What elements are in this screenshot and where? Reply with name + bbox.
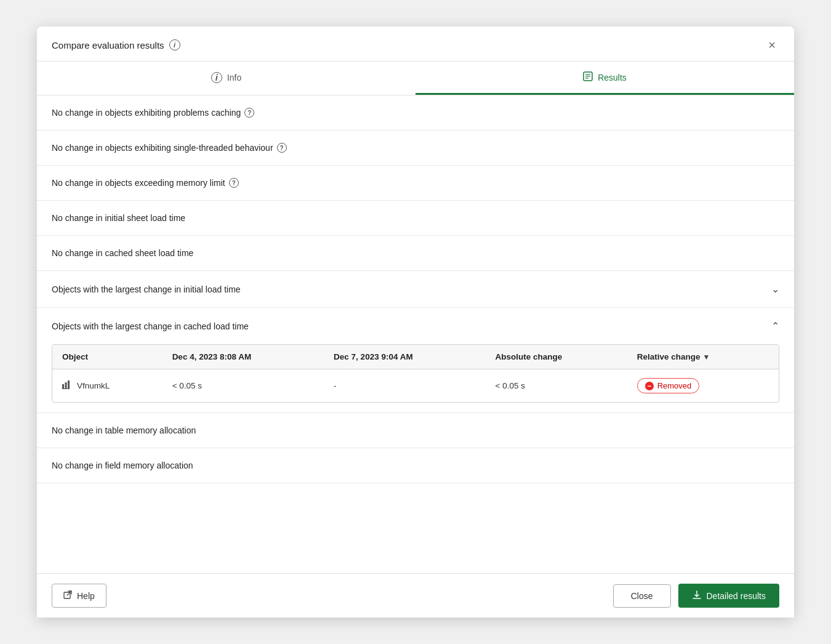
chevron-down-icon: ⌄ [771, 283, 779, 295]
col-relative[interactable]: Relative change ▼ [627, 345, 779, 369]
table-header-row: Object Dec 4, 2023 8:08 AM Dec 7, 2023 9… [52, 345, 779, 369]
section-problems-caching-text: No change in objects exhibiting problems… [52, 108, 254, 118]
svg-rect-7 [62, 388, 70, 389]
help-icon-caching[interactable]: ? [244, 108, 254, 118]
section-memory-limit[interactable]: No change in objects exceeding memory li… [37, 166, 794, 201]
section-largest-cached: Objects with the largest change in cache… [37, 308, 794, 413]
section-problems-caching[interactable]: No change in objects exhibiting problems… [37, 95, 794, 131]
dialog-header: Compare evaluation results i × [37, 26, 794, 62]
info-tab-icon: i [211, 72, 222, 83]
section-cached-load-text: No change in cached sheet load time [52, 248, 193, 258]
svg-rect-5 [65, 382, 67, 388]
svg-rect-6 [68, 380, 70, 388]
col-absolute: Absolute change [486, 345, 627, 369]
section-largest-initial-text: Objects with the largest change in initi… [52, 284, 241, 294]
section-memory-limit-text: No change in objects exceeding memory li… [52, 178, 239, 188]
download-icon [692, 590, 702, 602]
cell-relative: Removed [627, 369, 779, 403]
chart-bar-icon [62, 380, 72, 391]
section-cached-load[interactable]: No change in cached sheet load time [37, 236, 794, 271]
section-initial-load[interactable]: No change in initial sheet load time [37, 201, 794, 236]
svg-rect-4 [62, 384, 64, 388]
section-field-memory[interactable]: No change in field memory allocation [37, 448, 794, 483]
removed-badge: Removed [637, 378, 700, 393]
col-object: Object [52, 345, 163, 369]
cell-object: VfnumkL [52, 369, 163, 403]
col-date1: Dec 4, 2023 8:08 AM [163, 345, 324, 369]
section-field-memory-text: No change in field memory allocation [52, 461, 193, 470]
tab-results[interactable]: Results [416, 62, 794, 95]
help-icon-single-threaded[interactable]: ? [277, 143, 287, 153]
cell-absolute: < 0.05 s [486, 369, 627, 403]
title-text: Compare evaluation results [52, 40, 164, 50]
removed-dot-icon [645, 382, 654, 390]
cell-date1: < 0.05 s [163, 369, 324, 403]
close-button[interactable]: Close [613, 584, 671, 608]
cell-date2: - [324, 369, 485, 403]
results-tab-label: Results [598, 73, 627, 83]
tab-info[interactable]: i Info [37, 62, 416, 95]
results-tab-icon [583, 71, 593, 83]
svg-line-9 [67, 591, 71, 595]
tab-bar: i Info Results [37, 62, 794, 95]
info-tab-label: Info [227, 73, 241, 83]
table-row: VfnumkL < 0.05 s - < 0.05 s Removed [52, 369, 779, 403]
section-single-threaded[interactable]: No change in objects exhibiting single-t… [37, 131, 794, 166]
content-area: No change in objects exhibiting problems… [37, 95, 794, 573]
chevron-up-icon: ⌃ [771, 320, 779, 332]
section-table-memory[interactable]: No change in table memory allocation [37, 413, 794, 448]
section-initial-load-text: No change in initial sheet load time [52, 213, 185, 223]
close-icon[interactable]: × [765, 38, 779, 52]
compare-dialog: Compare evaluation results i × i Info Re… [37, 26, 794, 618]
section-single-threaded-text: No change in objects exhibiting single-t… [52, 143, 287, 153]
section-largest-cached-text: Objects with the largest change in cache… [52, 321, 249, 331]
dialog-footer: Help Close Detailed results [37, 573, 794, 618]
help-button[interactable]: Help [52, 584, 106, 608]
footer-actions: Close Detailed results [613, 584, 779, 608]
external-link-icon [63, 590, 72, 601]
section-largest-cached-header[interactable]: Objects with the largest change in cache… [37, 308, 794, 344]
col-date2: Dec 7, 2023 9:04 AM [324, 345, 485, 369]
section-table-memory-text: No change in table memory allocation [52, 425, 196, 435]
section-largest-initial[interactable]: Objects with the largest change in initi… [37, 271, 794, 308]
title-info-icon[interactable]: i [169, 39, 180, 50]
detailed-results-button[interactable]: Detailed results [678, 584, 780, 608]
help-icon-memory-limit[interactable]: ? [229, 178, 239, 188]
cached-load-table: Object Dec 4, 2023 8:08 AM Dec 7, 2023 9… [52, 344, 779, 403]
sort-desc-icon: ▼ [702, 353, 710, 361]
dialog-title: Compare evaluation results i [52, 39, 180, 50]
